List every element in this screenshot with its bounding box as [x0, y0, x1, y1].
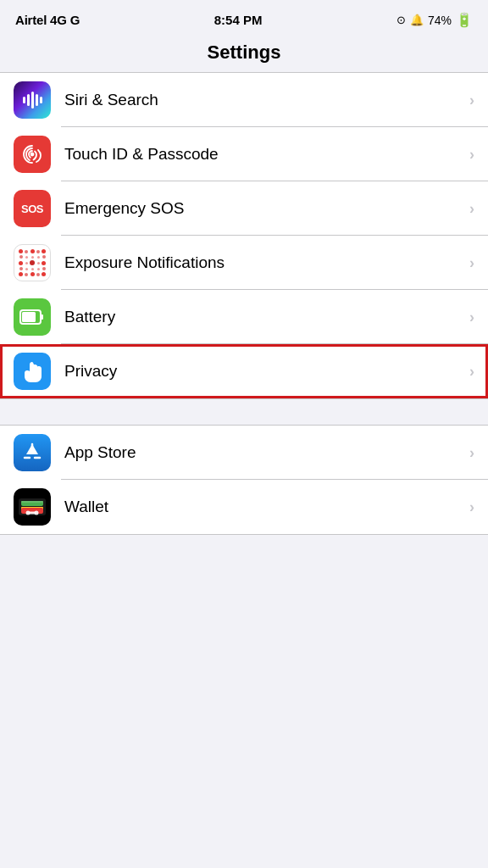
wallet-icon	[14, 488, 51, 526]
battery-label: Battery	[64, 308, 469, 326]
alarm-icon: 🔔	[410, 14, 424, 26]
settings-row-exposure[interactable]: Exposure Notifications ›	[0, 236, 488, 290]
clock-icon: ⊙	[396, 14, 406, 26]
sos-text: SOS	[21, 203, 43, 215]
settings-row-touchid[interactable]: Touch ID & Passcode ›	[0, 127, 488, 181]
chevron-icon: ›	[469, 146, 474, 164]
settings-row-appstore[interactable]: App Store ›	[0, 426, 488, 480]
touchid-icon	[14, 136, 51, 173]
chevron-icon: ›	[469, 200, 474, 218]
chevron-icon: ›	[469, 444, 474, 462]
battery-percent: 74%	[428, 14, 452, 27]
siri-label: Siri & Search	[64, 91, 469, 109]
appstore-icon	[14, 434, 51, 471]
appstore-label: App Store	[64, 443, 469, 462]
battery-settings-icon	[14, 298, 51, 336]
settings-row-privacy[interactable]: Privacy ›	[0, 344, 488, 398]
sos-icon: SOS	[14, 190, 51, 227]
battery-icon: 🔋	[456, 12, 473, 28]
status-bar: Airtel 4G G 8:54 PM ⊙ 🔔 74% 🔋	[0, 0, 488, 35]
svg-rect-2	[22, 312, 36, 322]
svg-point-0	[31, 153, 34, 156]
touchid-label: Touch ID & Passcode	[64, 145, 469, 164]
sos-label: Emergency SOS	[64, 199, 469, 218]
privacy-icon	[14, 353, 51, 390]
time-text: 8:54 PM	[214, 13, 263, 27]
exposure-label: Exposure Notifications	[64, 253, 469, 272]
battery-area: ⊙ 🔔 74% 🔋	[396, 12, 473, 28]
settings-group-1: Siri & Search › Touch ID & Passcode › SO…	[0, 72, 488, 399]
svg-rect-3	[41, 314, 43, 320]
settings-row-siri[interactable]: Siri & Search ›	[0, 73, 488, 127]
privacy-label: Privacy	[64, 362, 469, 381]
chevron-icon: ›	[469, 92, 474, 109]
chevron-icon: ›	[469, 498, 474, 516]
settings-row-battery[interactable]: Battery ›	[0, 290, 488, 344]
chevron-icon: ›	[469, 363, 474, 381]
wallet-label: Wallet	[64, 498, 469, 516]
settings-row-sos[interactable]: SOS Emergency SOS ›	[0, 181, 488, 236]
settings-group-2: App Store › Wallet ›	[0, 425, 488, 535]
page-title: Settings	[0, 35, 488, 72]
siri-icon	[14, 81, 51, 119]
svg-rect-9	[21, 501, 43, 503]
svg-rect-15	[29, 512, 36, 515]
exposure-icon	[14, 244, 51, 281]
chevron-icon: ›	[469, 254, 474, 272]
group-gap	[0, 401, 488, 425]
settings-row-wallet[interactable]: Wallet ›	[0, 480, 488, 534]
carrier-text: Airtel 4G G	[15, 13, 80, 27]
exposure-dots	[19, 249, 46, 276]
chevron-icon: ›	[469, 309, 474, 326]
